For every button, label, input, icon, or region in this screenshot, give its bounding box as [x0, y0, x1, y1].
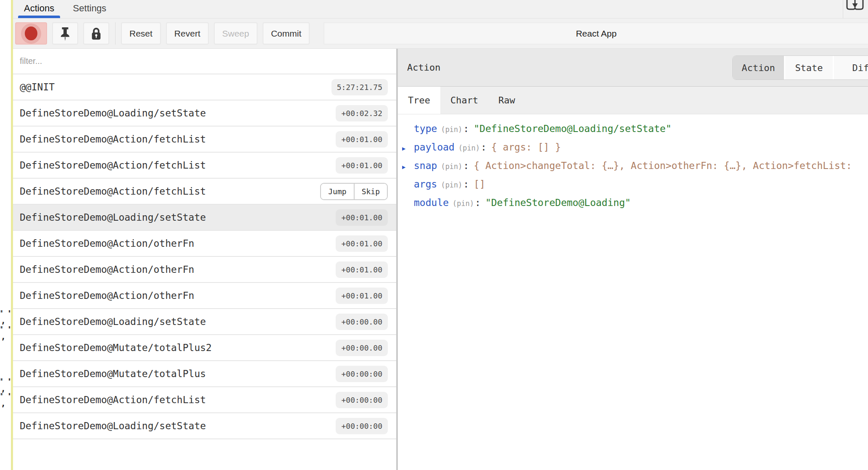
action-row[interactable]: DefineStoreDemo@Action/otherFn +00:01.00: [13, 231, 396, 257]
pin-link[interactable]: (pin): [441, 125, 462, 134]
pin-button[interactable]: [52, 22, 78, 45]
action-row[interactable]: DefineStoreDemo@Mutate/totalPlus2 +00:00…: [13, 335, 396, 361]
sub-tabs: Tree Chart Raw: [398, 87, 868, 114]
action-label: DefineStoreDemo@Action/otherFn: [20, 290, 194, 301]
tree-value-preview: { Action>changeTotal: {…}, Action>otherF…: [473, 160, 852, 171]
filter-row: [13, 49, 396, 74]
tab-actions[interactable]: Actions: [18, 0, 60, 18]
jump-button[interactable]: Jump: [321, 184, 353, 199]
page-behind-text: ,: [1, 316, 5, 325]
view-tab-state[interactable]: State: [785, 56, 833, 79]
tab-settings[interactable]: Settings: [67, 0, 113, 18]
colon: :: [475, 197, 481, 208]
time-badge: +00:01.00: [336, 261, 388, 278]
tree-key[interactable]: args: [414, 179, 437, 190]
redux-devtools-panel: Actions Settings: [13, 0, 868, 470]
action-row[interactable]: DefineStoreDemo@Mutate/totalPlus +00:00:…: [13, 361, 396, 387]
tree-row-args: args(pin):[]: [402, 175, 868, 193]
tree-row-snap[interactable]: ▶snap(pin):{ Action>changeTotal: {…}, Ac…: [402, 156, 868, 175]
action-row[interactable]: DefineStoreDemo@Action/otherFn +00:01.00: [13, 257, 396, 283]
reset-button[interactable]: Reset: [121, 22, 161, 45]
commit-button[interactable]: Commit: [263, 22, 310, 45]
revert-button[interactable]: Revert: [166, 22, 209, 45]
tree-row-module: module(pin):"DefineStoreDemo@Loading": [402, 193, 868, 212]
time-badge: +00:01.00: [336, 288, 388, 304]
action-label: DefineStoreDemo@Mutate/totalPlus: [20, 368, 206, 379]
colon: :: [463, 160, 469, 171]
action-row[interactable]: DefineStoreDemo@Loading/setState +00:02.…: [13, 100, 396, 127]
action-tree: type(pin):"DefineStoreDemo@Loading/setSt…: [398, 114, 868, 470]
pin-link[interactable]: (pin): [458, 144, 480, 152]
record-toggle-button[interactable]: [15, 22, 47, 45]
action-row[interactable]: @@INIT 5:27:21.75: [13, 74, 396, 100]
time-badge: +00:01.00: [336, 131, 388, 148]
expand-arrow-icon[interactable]: ▶: [402, 158, 414, 175]
view-tab-action[interactable]: Action: [733, 56, 784, 79]
action-row[interactable]: DefineStoreDemo@Loading/setState +00:00.…: [13, 309, 396, 335]
tabbar-divider: [843, 0, 843, 18]
filter-input[interactable]: [13, 49, 396, 74]
action-label: DefineStoreDemo@Action/otherFn: [20, 238, 194, 249]
skip-button[interactable]: Skip: [354, 184, 387, 199]
sub-tab-tree[interactable]: Tree: [398, 87, 440, 114]
sub-tab-chart[interactable]: Chart: [440, 87, 488, 114]
time-badge: +00:00:00: [336, 366, 388, 382]
tree-value: "DefineStoreDemo@Loading/setState": [473, 123, 671, 134]
action-row[interactable]: DefineStoreDemo@Action/fetchList +00:00:…: [13, 387, 396, 413]
pin-link[interactable]: (pin): [441, 162, 462, 171]
action-row[interactable]: DefineStoreDemo@Action/otherFn +00:01.00: [13, 283, 396, 309]
time-badge: +00:00:00: [336, 418, 388, 434]
inspector-title: Action: [407, 62, 440, 73]
tree-value: "DefineStoreDemo@Loading": [485, 197, 631, 208]
sub-tab-raw[interactable]: Raw: [488, 87, 525, 114]
pin-link[interactable]: (pin): [452, 199, 474, 208]
inspector-pane: Action Action State Diff Tree Chart Raw …: [398, 49, 868, 470]
toolbar: Reset Revert Sweep Commit React App: [13, 18, 868, 49]
colon: :: [463, 179, 469, 190]
action-label: DefineStoreDemo@Action/fetchList: [20, 134, 206, 145]
colon: :: [481, 142, 487, 153]
main-split: @@INIT 5:27:21.75 DefineStoreDemo@Loadin…: [13, 49, 868, 470]
action-row[interactable]: DefineStoreDemo@Action/fetchList +00:01.…: [13, 153, 396, 179]
view-tabs: Action State Diff: [732, 55, 868, 80]
time-badge: +00:02.32: [336, 105, 388, 121]
time-badge: +00:01.00: [336, 209, 388, 226]
action-label: @@INIT: [20, 82, 55, 92]
toolbar-divider: [115, 22, 116, 45]
action-row[interactable]: DefineStoreDemo@Loading/setState +00:00:…: [13, 413, 396, 439]
action-row-selected[interactable]: DefineStoreDemo@Loading/setState +00:01.…: [13, 205, 396, 231]
action-label: DefineStoreDemo@Loading/setState: [20, 316, 206, 327]
time-badge: +00:00.00: [336, 314, 388, 330]
tree-key[interactable]: type: [414, 123, 437, 134]
instance-selector[interactable]: React App: [324, 22, 868, 45]
pin-link[interactable]: (pin): [441, 181, 462, 189]
action-label: DefineStoreDemo@Loading/setState: [20, 212, 206, 223]
docs-book-icon[interactable]: [844, 0, 865, 17]
action-label: DefineStoreDemo@Loading/setState: [20, 108, 206, 119]
action-label: DefineStoreDemo@Action/otherFn: [20, 264, 194, 275]
tree-row-payload[interactable]: ▶payload(pin):{ args: [] }: [402, 138, 868, 156]
sweep-button[interactable]: Sweep: [214, 22, 258, 45]
tree-row-type: type(pin):"DefineStoreDemo@Loading/setSt…: [402, 119, 868, 138]
lock-button[interactable]: [83, 22, 109, 45]
action-label: DefineStoreDemo@Loading/setState: [20, 420, 206, 431]
action-label: DefineStoreDemo@Mutate/totalPlus2: [20, 342, 212, 353]
tree-value-preview: { args: [] }: [491, 142, 561, 153]
tree-key[interactable]: payload: [414, 142, 455, 153]
tree-key[interactable]: module: [414, 197, 449, 208]
expand-arrow-icon[interactable]: ▶: [402, 139, 414, 156]
inspector-header: Action Action State Diff: [398, 49, 868, 87]
time-badge: +00:01.00: [336, 235, 388, 252]
time-badge: +00:01.00: [336, 157, 388, 174]
colon: :: [463, 123, 469, 134]
time-badge: 5:27:21.75: [331, 79, 388, 95]
view-tab-diff[interactable]: Diff: [834, 56, 868, 79]
time-badge: +00:00.00: [336, 340, 388, 356]
action-row-hovered[interactable]: DefineStoreDemo@Action/fetchList Jump Sk…: [13, 179, 396, 205]
jump-skip-group: Jump Skip: [320, 183, 388, 200]
tree-key[interactable]: snap: [414, 160, 437, 171]
action-label: DefineStoreDemo@Action/fetchList: [20, 160, 206, 171]
tree-value-preview: []: [473, 179, 485, 190]
page-behind-text: ,: [1, 399, 5, 408]
action-row[interactable]: DefineStoreDemo@Action/fetchList +00:01.…: [13, 127, 396, 153]
